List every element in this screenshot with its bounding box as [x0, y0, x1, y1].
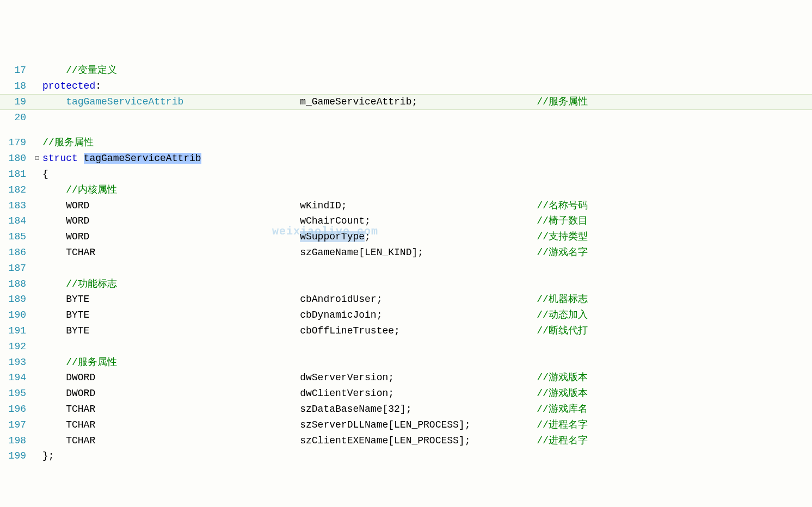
code-line[interactable]: 199};	[0, 448, 812, 464]
code-content[interactable]: BYTEcbDynamicJoin;//动态加入	[42, 307, 812, 323]
code-line[interactable]: 194 DWORDdwServerVersion;//游戏版本	[0, 370, 812, 386]
code-line[interactable]: 186 TCHARszGameName[LEN_KIND];//游戏名字	[0, 245, 812, 261]
line-number: 190	[0, 307, 32, 323]
code-content[interactable]: WORDwChairCount;//椅子数目	[42, 213, 812, 229]
code-line[interactable]: 196 TCHARszDataBaseName[32];//游戏库名	[0, 401, 812, 417]
line-number: 192	[0, 339, 32, 355]
code-content[interactable]: BYTEcbAndroidUser;//机器标志	[42, 292, 812, 307]
line-number: 17	[0, 63, 32, 78]
code-content[interactable]: //服务属性	[42, 355, 812, 370]
code-block-2: 179//服务属性180⊟struct tagGameServiceAttrib…	[0, 135, 812, 464]
line-number: 188	[0, 276, 32, 292]
code-content[interactable]: DWORDdwServerVersion;//游戏版本	[42, 370, 812, 386]
line-number: 183	[0, 198, 32, 214]
line-number: 197	[0, 417, 32, 433]
code-editor[interactable]: 17 //变量定义18protected:19 tagGameServiceAt…	[0, 63, 812, 464]
code-content[interactable]: //功能标志	[42, 276, 812, 292]
line-number: 189	[0, 292, 32, 307]
code-content[interactable]: //内核属性	[42, 182, 812, 198]
code-line[interactable]: 20	[0, 110, 812, 126]
line-number: 195	[0, 386, 32, 401]
code-content[interactable]: BYTEcbOffLineTrustee;//断线代打	[42, 323, 812, 339]
code-line[interactable]: 184 WORDwChairCount;//椅子数目	[0, 213, 812, 229]
code-line[interactable]: 187	[0, 261, 812, 276]
code-content[interactable]: struct tagGameServiceAttrib	[42, 151, 812, 166]
line-number: 181	[0, 166, 32, 182]
line-number: 185	[0, 229, 32, 245]
line-number: 198	[0, 433, 32, 449]
block-gap	[0, 125, 812, 135]
code-line[interactable]: 192	[0, 339, 812, 355]
code-content[interactable]: {	[42, 166, 812, 182]
line-number: 187	[0, 261, 32, 276]
code-line[interactable]: 182 //内核属性	[0, 182, 812, 198]
code-content[interactable]: DWORDdwClientVersion;//游戏版本	[42, 386, 812, 401]
code-content[interactable]: WORDwKindID;//名称号码	[42, 198, 812, 214]
line-number: 19	[0, 94, 32, 110]
code-line[interactable]: 179//服务属性	[0, 135, 812, 151]
code-line[interactable]: 17 //变量定义	[0, 63, 812, 78]
code-line[interactable]: 190 BYTEcbDynamicJoin;//动态加入	[0, 307, 812, 323]
line-number: 186	[0, 245, 32, 261]
code-line[interactable]: 180⊟struct tagGameServiceAttrib	[0, 151, 812, 166]
code-content[interactable]: tagGameServiceAttribm_GameServiceAttrib;…	[42, 94, 812, 110]
code-content[interactable]: WORDwSupporType;//支持类型	[42, 229, 812, 245]
code-line[interactable]: 195 DWORDdwClientVersion;//游戏版本	[0, 386, 812, 401]
code-line[interactable]: 193 //服务属性	[0, 355, 812, 370]
code-line[interactable]: 183 WORDwKindID;//名称号码	[0, 198, 812, 214]
line-number: 196	[0, 401, 32, 417]
line-number: 182	[0, 182, 32, 198]
code-content[interactable]: TCHARszClientEXEName[LEN_PROCESS];//进程名字	[42, 433, 812, 449]
line-number: 184	[0, 213, 32, 229]
code-content[interactable]: TCHARszGameName[LEN_KIND];//游戏名字	[42, 245, 812, 261]
code-content[interactable]: };	[42, 448, 812, 464]
code-content[interactable]: TCHARszServerDLLName[LEN_PROCESS];//进程名字	[42, 417, 812, 433]
line-number: 180	[0, 151, 32, 166]
line-number: 199	[0, 448, 32, 464]
code-line[interactable]: 189 BYTEcbAndroidUser;//机器标志	[0, 292, 812, 307]
code-content[interactable]: TCHARszDataBaseName[32];//游戏库名	[42, 401, 812, 417]
code-line[interactable]: 188 //功能标志	[0, 276, 812, 292]
line-number: 18	[0, 78, 32, 94]
line-number: 191	[0, 323, 32, 339]
code-content[interactable]: //变量定义	[42, 63, 812, 78]
code-line[interactable]: 19 tagGameServiceAttribm_GameServiceAttr…	[0, 94, 812, 110]
code-line[interactable]: 185 WORDwSupporType;//支持类型	[0, 229, 812, 245]
code-line[interactable]: 197 TCHARszServerDLLName[LEN_PROCESS];//…	[0, 417, 812, 433]
code-line[interactable]: 191 BYTEcbOffLineTrustee;//断线代打	[0, 323, 812, 339]
line-number: 179	[0, 135, 32, 151]
line-number: 193	[0, 355, 32, 370]
code-content[interactable]: protected:	[42, 78, 812, 94]
code-line[interactable]: 181{	[0, 166, 812, 182]
line-number: 194	[0, 370, 32, 386]
code-line[interactable]: 18protected:	[0, 78, 812, 94]
code-block-1: 17 //变量定义18protected:19 tagGameServiceAt…	[0, 63, 812, 125]
code-line[interactable]: 198 TCHARszClientEXEName[LEN_PROCESS];//…	[0, 433, 812, 449]
code-content[interactable]: //服务属性	[42, 135, 812, 151]
fold-toggle-icon[interactable]: ⊟	[32, 152, 42, 164]
line-number: 20	[0, 110, 32, 126]
